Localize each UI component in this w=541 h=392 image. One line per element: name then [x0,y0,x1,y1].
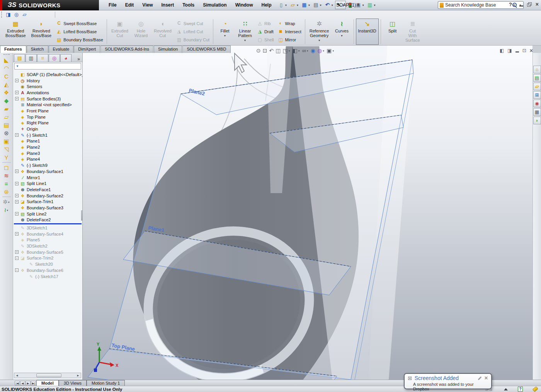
dropdown-icon[interactable]: ▼ [332,50,334,52]
expand-toggle-icon[interactable]: + [15,91,19,94]
doc-tab-3d-views[interactable]: 3D Views [59,380,87,386]
dropdown-icon[interactable]: ▼ [298,50,300,52]
tree-item-split-line2[interactable]: +Split Line2 [13,211,82,217]
tree-item-boundary-surface5[interactable]: +Boundary-Surface5 [13,249,82,255]
knit-surface-button[interactable]: ≋ [1,171,12,180]
reference-geometry-button[interactable]: ✲▼ [1,198,12,206]
tree-item-3dsketch1[interactable]: 3DSketch1 [13,225,82,231]
expand-toggle-icon[interactable]: + [15,97,19,100]
menu-insert[interactable]: Insert [157,2,178,8]
doc-tab-motion-study-1[interactable]: Motion Study 1 [87,380,125,386]
tree-item-surface-bodies-3[interactable]: +Surface Bodies(3) [13,96,82,102]
tree-item-plane4[interactable]: Plane4 [13,156,82,163]
lofted-surface-button[interactable]: ◭ [1,80,12,88]
new-button[interactable]: ▼ [277,1,288,9]
tree-item-sketch17[interactable]: (-) Sketch17 [13,273,82,280]
tree-item-surface-trim2[interactable]: −Surface-Trim2 [13,255,82,261]
trim-surface-button[interactable]: Y [1,153,12,161]
reference-geometry-button[interactable]: ReferenceGeometry▼ [307,19,332,45]
tree-item-deleteface1[interactable]: DeleteFace1 [13,187,82,193]
tree-horizontal-scrollbar[interactable]: ◄ ► [14,373,81,378]
tree-item-sketch20[interactable]: Sketch20 [13,261,82,267]
dropdown-icon[interactable]: ▼ [319,4,322,7]
tree-filter-input[interactable]: ▼ [14,63,81,70]
curves-button[interactable]: ≀▼ [1,206,12,214]
tree-item-sketch1[interactable]: +(-) Sketch1 [13,132,82,138]
dropdown-icon[interactable]: ▼ [340,34,343,38]
dropdown-icon[interactable]: ▼ [318,38,321,43]
panel-splitter[interactable] [81,210,83,221]
prev-tab-button[interactable]: ◀ [20,381,25,385]
tab-features[interactable]: Features [0,46,26,53]
dropdown-icon[interactable]: ▼ [244,38,247,43]
dropdown-icon[interactable]: ▼ [6,209,9,212]
expand-toggle-icon[interactable]: + [15,194,19,197]
tree-item-surface-trim1[interactable]: +Surface-Trim1 [13,199,82,205]
viewport-canvas[interactable]: Plane2 Plane1 Top Plane Y X [83,46,532,380]
first-tab-button[interactable]: |◀ [15,381,20,385]
tree-item-right-plane[interactable]: Right Plane [13,120,82,126]
tag-icon[interactable] [532,386,539,392]
menu-tools[interactable]: Tools [178,2,199,8]
curves-button[interactable]: Curves▼ [332,19,352,45]
tab-dimxpert[interactable]: DimXpert [74,46,100,53]
tree-tab-dimxpertmanager[interactable] [49,54,60,62]
tree-tabs-overflow-icon[interactable]: » [76,56,82,62]
linear-pattern-button[interactable]: LinearPattern▼ [235,19,255,45]
tree-item-front-plane[interactable]: Front Plane [13,108,82,114]
dropdown-icon[interactable]: ▼ [285,4,288,7]
tree-tab-propertymanager[interactable] [26,54,37,62]
tree-tab-displaymanager[interactable] [60,54,71,62]
close-doc-icon[interactable]: × [530,48,533,54]
lofted-boss-base-button[interactable]: Lofted Boss/Base [56,29,103,34]
tab-solidworks-mbd[interactable]: SOLIDWORKS MBD [182,46,230,53]
tab-simulation[interactable]: Simulation [154,46,182,53]
scroll-thumb[interactable] [36,373,61,377]
minimize-button[interactable] [519,5,523,7]
menu-view[interactable]: View [138,2,157,8]
hide-show-items-icon[interactable]: ∞▼ [302,48,309,54]
help-indicator-icon[interactable]: ? [518,387,523,392]
tree-item-boundary-surface3[interactable]: Boundary-Surface3 [13,205,82,211]
restore-doc-icon[interactable]: ⊡ [522,48,526,53]
tree-item-boundary-surface1[interactable]: +Boundary-Surface1 [13,168,82,175]
tree-item-material-not-specified[interactable]: Material <not specified> [13,102,82,108]
scroll-right-icon[interactable]: ► [75,374,81,377]
tree-item-sensors[interactable]: Sensors [13,83,82,90]
restore-button[interactable] [527,2,532,7]
extend-surface-button[interactable]: ◹ [1,145,12,153]
close-button[interactable]: × [536,2,539,7]
tree-item-soap-1-default-default[interactable]: SOAP (1) (Default<<Default>_ [13,71,82,78]
appearances-button[interactable] [533,100,541,107]
boundary-boss-base-button[interactable]: Boundary Boss/Base [56,37,103,43]
mirror-button[interactable]: Mirror [278,37,301,43]
dropdown-icon[interactable]: ▼ [331,4,333,7]
zoom-to-fit-icon[interactable]: ⊙ [256,48,261,54]
expand-toggle-icon[interactable]: − [15,268,19,272]
tree-item-boundary-surface4[interactable]: +Boundary-Surface4 [13,231,82,237]
dropdown-icon[interactable]: ▼ [308,4,310,7]
select-other-icon[interactable] [5,11,12,18]
tree-item-3dsketch2[interactable]: 3DSketch2 [13,243,82,249]
edit-appearance-icon[interactable]: ◉ [311,48,315,54]
menu-window[interactable]: Window [231,2,257,8]
tree-tab-featuremanager[interactable] [14,54,25,62]
tree-item-origin[interactable]: Origin [13,126,82,132]
split-button[interactable]: Split [383,19,402,45]
dropdown-icon[interactable]: ▼ [296,4,299,7]
expand-toggle-icon[interactable]: + [15,170,19,173]
filled-surface-button[interactable]: ◆ [1,97,12,105]
rollback-bar[interactable] [14,223,82,224]
tree-item-history[interactable]: +History [13,78,82,84]
dropdown-icon[interactable]: ▼ [306,50,309,52]
custom-properties-button[interactable] [533,108,541,116]
swept-boss-base-button[interactable]: Swept Boss/Base [56,20,103,26]
thicken-button[interactable]: ≡ [1,180,12,188]
extruded-boss-base-button[interactable]: ExtrudedBoss/Base [3,19,28,45]
section-view-icon[interactable]: ◫ [276,48,281,54]
tab-sketch[interactable]: Sketch [27,46,48,53]
instant3d-button[interactable]: Instant3D [356,19,379,45]
tree-item-deleteface2[interactable]: DeleteFace2 [13,217,82,223]
tree-item-boundary-surface6[interactable]: −Boundary-Surface6 [13,267,82,273]
open-button[interactable]: ▼ [289,1,299,9]
